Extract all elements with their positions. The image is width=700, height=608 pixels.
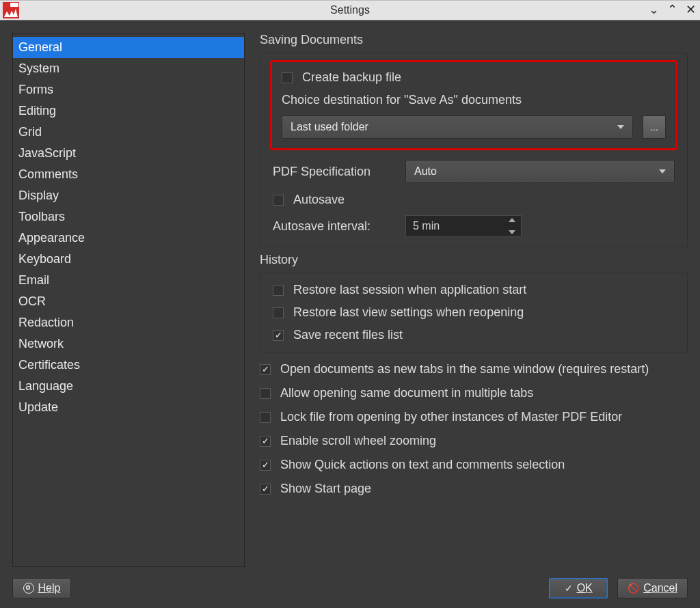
input-autosave-interval[interactable]: 5 min bbox=[405, 215, 522, 237]
checkbox-save-recent[interactable] bbox=[273, 330, 284, 341]
label-start-page: Show Start page bbox=[280, 482, 371, 496]
label-create-backup: Create backup file bbox=[302, 70, 401, 85]
label-restore-session: Restore last session when application st… bbox=[293, 283, 526, 297]
spinner-controls[interactable] bbox=[509, 218, 518, 234]
label-autosave-interval: Autosave interval: bbox=[273, 219, 389, 234]
label-pdf-spec: PDF Specification bbox=[273, 165, 389, 179]
sidebar-item-redaction[interactable]: Redaction bbox=[13, 312, 244, 333]
sidebar-item-keyboard[interactable]: Keyboard bbox=[13, 249, 244, 270]
sidebar-item-general[interactable]: General bbox=[13, 37, 244, 58]
group-history: History Restore last session when applic… bbox=[260, 253, 688, 353]
settings-main: Saving Documents Create backup file Choi… bbox=[260, 33, 688, 567]
checkbox-open-as-tabs[interactable] bbox=[260, 364, 271, 375]
sidebar-item-editing[interactable]: Editing bbox=[13, 100, 244, 122]
chevron-down-icon bbox=[659, 169, 666, 174]
sidebar-item-certificates[interactable]: Certificates bbox=[13, 355, 244, 376]
cancel-label: Cancel bbox=[643, 582, 677, 594]
help-icon bbox=[23, 583, 34, 594]
autosave-interval-value: 5 min bbox=[413, 220, 440, 232]
cancel-icon: 🚫 bbox=[628, 583, 639, 594]
sidebar-item-javascript[interactable]: JavaScript bbox=[13, 143, 244, 164]
window-title: Settings bbox=[0, 4, 700, 16]
chevron-up-icon[interactable] bbox=[509, 218, 515, 222]
group-saving: Saving Documents Create backup file Choi… bbox=[260, 33, 688, 247]
label-scroll-zoom: Enable scroll wheel zooming bbox=[280, 434, 436, 448]
check-icon: ✓ bbox=[565, 583, 573, 594]
cancel-button[interactable]: 🚫 Cancel bbox=[617, 578, 688, 598]
settings-sidebar: GeneralSystemFormsEditingGridJavaScriptC… bbox=[12, 33, 245, 567]
sidebar-item-network[interactable]: Network bbox=[13, 333, 244, 355]
label-quick-actions: Show Quick actions on text and comments … bbox=[280, 458, 565, 472]
browse-button[interactable]: ... bbox=[643, 115, 666, 139]
sidebar-item-toolbars[interactable]: Toolbars bbox=[13, 206, 244, 227]
checkbox-quick-actions[interactable] bbox=[260, 460, 271, 471]
content-area: GeneralSystemFormsEditingGridJavaScriptC… bbox=[0, 20, 700, 575]
checkbox-restore-session[interactable] bbox=[273, 285, 284, 296]
checkbox-start-page[interactable] bbox=[260, 484, 271, 495]
app-icon bbox=[3, 2, 19, 18]
chevron-down-icon bbox=[617, 125, 624, 129]
sidebar-item-appearance[interactable]: Appearance bbox=[13, 227, 244, 249]
checkbox-allow-multi-tabs[interactable] bbox=[260, 388, 271, 399]
help-button[interactable]: Help bbox=[12, 578, 71, 598]
label-restore-view: Restore last view settings when reopenin… bbox=[293, 305, 524, 320]
sidebar-item-ocr[interactable]: OCR bbox=[13, 291, 244, 312]
sidebar-item-grid[interactable]: Grid bbox=[13, 122, 244, 143]
highlight-save-as-area: Create backup file Choice destination fo… bbox=[270, 60, 677, 150]
sidebar-item-language[interactable]: Language bbox=[13, 376, 244, 397]
checkbox-lock-file[interactable] bbox=[260, 412, 271, 423]
ok-button[interactable]: ✓ OK bbox=[549, 578, 608, 598]
sidebar-item-system[interactable]: System bbox=[13, 58, 244, 79]
ok-label: OK bbox=[577, 582, 593, 594]
general-options: Open documents as new tabs in the same w… bbox=[260, 362, 688, 506]
combo-pdf-spec[interactable]: Auto bbox=[405, 160, 675, 183]
titlebar: Settings ⌄ ⌃ ✕ bbox=[0, 0, 700, 20]
chevron-down-icon[interactable] bbox=[509, 230, 515, 234]
label-open-as-tabs: Open documents as new tabs in the same w… bbox=[280, 362, 649, 376]
checkbox-scroll-zoom[interactable] bbox=[260, 436, 271, 447]
label-save-recent: Save recent files list bbox=[293, 328, 403, 342]
checkbox-restore-view[interactable] bbox=[273, 307, 284, 318]
sidebar-item-forms[interactable]: Forms bbox=[13, 79, 244, 100]
history-title: History bbox=[260, 253, 688, 267]
maximize-icon[interactable]: ⌃ bbox=[667, 3, 677, 16]
sidebar-item-display[interactable]: Display bbox=[13, 185, 244, 206]
label-destination: Choice destination for "Save As" documen… bbox=[282, 93, 522, 107]
minimize-icon[interactable]: ⌄ bbox=[649, 3, 659, 16]
combo-save-destination[interactable]: Last used folder bbox=[282, 115, 633, 139]
close-icon[interactable]: ✕ bbox=[686, 3, 696, 16]
dialog-footer: Help ✓ OK 🚫 Cancel bbox=[0, 575, 700, 608]
sidebar-item-email[interactable]: Email bbox=[13, 270, 244, 291]
sidebar-item-update[interactable]: Update bbox=[13, 397, 244, 418]
label-lock-file: Lock file from opening by other instance… bbox=[280, 410, 622, 424]
label-allow-multi-tabs: Allow opening same document in multiple … bbox=[280, 386, 533, 400]
saving-title: Saving Documents bbox=[260, 33, 688, 47]
checkbox-autosave[interactable] bbox=[273, 195, 284, 206]
checkbox-create-backup[interactable] bbox=[282, 72, 293, 83]
combo-save-destination-value: Last used folder bbox=[291, 121, 368, 133]
sidebar-item-comments[interactable]: Comments bbox=[13, 164, 244, 185]
label-autosave: Autosave bbox=[293, 193, 345, 207]
combo-pdf-spec-value: Auto bbox=[414, 165, 437, 178]
help-label: Help bbox=[38, 582, 61, 594]
